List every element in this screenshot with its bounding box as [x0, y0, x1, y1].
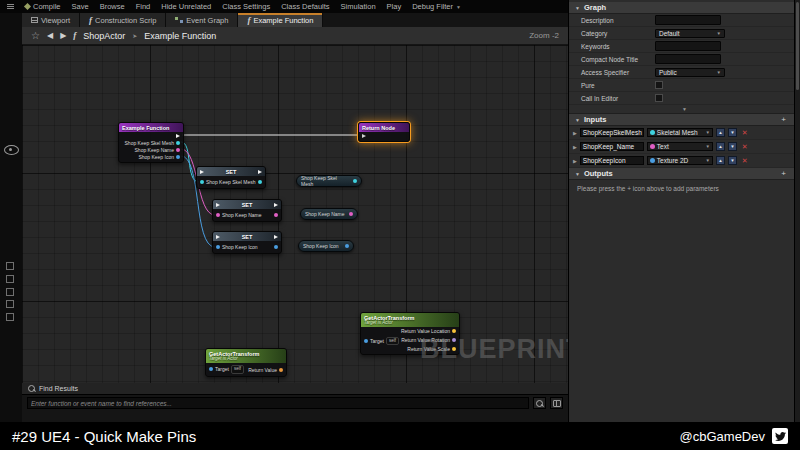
dock-tab-icon[interactable]: [6, 262, 14, 270]
value-out-pin[interactable]: [274, 245, 278, 249]
toolbar-browse[interactable]: Browse: [100, 2, 125, 11]
exec-in-pin[interactable]: [216, 235, 220, 239]
favorite-star-icon[interactable]: ☆: [31, 31, 40, 41]
move-down-button[interactable]: ▼: [728, 142, 737, 151]
move-up-button[interactable]: ▲: [716, 128, 725, 137]
node-set-name[interactable]: SET Shop Keep Name: [212, 199, 282, 222]
breadcrumb-current[interactable]: Example Function: [144, 31, 216, 41]
exec-out-pin[interactable]: [274, 203, 278, 207]
param-type-dropdown[interactable]: Skeletal Mesh▼: [647, 128, 713, 137]
delete-param-button[interactable]: ✕: [742, 129, 748, 137]
toolbar-hide-unrelated[interactable]: Hide Unrelated: [161, 2, 211, 11]
node-set-skel-mesh[interactable]: SET Shop Keep Skel Mesh: [196, 166, 266, 189]
blueprint-graph-canvas[interactable]: Example Function Shop Keep Skel Mesh Sho…: [22, 45, 568, 383]
dock-tab-icon[interactable]: [6, 300, 14, 308]
expand-caret-icon[interactable]: ▶: [573, 158, 577, 164]
expand-caret-icon[interactable]: ▶: [573, 130, 577, 136]
add-output-button[interactable]: +: [781, 169, 786, 178]
find-in-blueprints-button[interactable]: [550, 397, 563, 409]
toolbar-find[interactable]: Find: [136, 2, 151, 11]
move-down-button[interactable]: ▼: [728, 156, 737, 165]
section-expander[interactable]: ▼: [569, 105, 800, 114]
node-get-actor-transform-2[interactable]: GetActorTransform Target is Actor Target…: [205, 348, 287, 377]
pure-checkbox[interactable]: [655, 81, 663, 89]
tab-example-function[interactable]: fExample Function: [238, 13, 323, 27]
find-search-button[interactable]: [533, 397, 546, 409]
value-out-pin[interactable]: [345, 244, 349, 248]
toolbar-class-settings[interactable]: Class Settings: [222, 2, 270, 11]
dock-tab-icon[interactable]: [6, 313, 14, 321]
description-field[interactable]: [655, 15, 721, 25]
value-out-pin[interactable]: [349, 212, 353, 216]
value-in-pin[interactable]: [200, 180, 204, 184]
eye-icon[interactable]: [4, 145, 19, 155]
target-pin[interactable]: [364, 339, 368, 343]
toolbar-simulation[interactable]: Simulation: [341, 2, 376, 11]
tab-viewport[interactable]: Viewport: [22, 13, 80, 27]
node-set-icon[interactable]: SET Shop Keep Icon: [212, 231, 282, 254]
inputs-section-header[interactable]: ▼ Inputs +: [569, 114, 800, 126]
outputs-section-header[interactable]: ▼ Outputs +: [569, 168, 800, 180]
node-return[interactable]: Return Node: [358, 122, 410, 142]
delete-param-button[interactable]: ✕: [742, 157, 748, 165]
move-down-button[interactable]: ▼: [728, 128, 737, 137]
chevron-down-icon: ▼: [575, 171, 580, 177]
toolbar-debug-filter[interactable]: Debug Filter▼: [412, 2, 461, 11]
exec-out-pin[interactable]: [176, 134, 180, 138]
forward-arrow-icon[interactable]: ▶: [60, 32, 66, 40]
scrollbar-thumb[interactable]: [796, 2, 799, 90]
node-example-function[interactable]: Example Function Shop Keep Skel Mesh Sho…: [118, 122, 184, 163]
find-results-header[interactable]: Find Results: [22, 383, 568, 395]
param-type-dropdown[interactable]: Text▼: [647, 142, 713, 151]
node-var-icon[interactable]: Shop Keep Icon: [298, 240, 354, 252]
toolbar-class-defaults[interactable]: Class Defaults: [281, 2, 329, 11]
exec-in-pin[interactable]: [216, 203, 220, 207]
value-in-pin[interactable]: [216, 213, 220, 217]
menu-icon[interactable]: [7, 4, 14, 9]
tab-construction-script[interactable]: fConstruction Scrip: [80, 13, 166, 27]
move-up-button[interactable]: ▲: [716, 156, 725, 165]
exec-in-pin[interactable]: [200, 170, 204, 174]
self-value[interactable]: self: [386, 337, 399, 345]
expand-caret-icon[interactable]: ▶: [573, 144, 577, 150]
category-dropdown[interactable]: Default▼: [655, 29, 725, 38]
add-input-button[interactable]: +: [781, 115, 786, 124]
access-specifier-dropdown[interactable]: Public▼: [655, 68, 725, 77]
details-scrollbar[interactable]: [794, 0, 800, 422]
value-in-pin[interactable]: [216, 245, 220, 249]
graph-section-header[interactable]: ▼ Graph: [569, 2, 800, 14]
icon-pin[interactable]: [176, 155, 180, 159]
toolbar-save[interactable]: Save: [72, 2, 89, 11]
location-pin[interactable]: [452, 329, 456, 333]
move-up-button[interactable]: ▲: [716, 142, 725, 151]
value-out-pin[interactable]: [258, 180, 262, 184]
target-pin[interactable]: [209, 367, 213, 371]
param-name-field[interactable]: ShopKeepSkelMesh: [580, 128, 644, 137]
delete-param-button[interactable]: ✕: [742, 143, 748, 151]
find-input[interactable]: [27, 397, 529, 409]
name-pin[interactable]: [176, 148, 180, 152]
node-var-name[interactable]: Shop Keep Name: [300, 208, 358, 220]
skel-mesh-pin[interactable]: [176, 141, 180, 145]
value-out-pin[interactable]: [274, 213, 278, 217]
exec-in-pin[interactable]: [362, 134, 366, 138]
value-out-pin[interactable]: [353, 179, 357, 183]
tab-event-graph[interactable]: Event Graph: [166, 13, 238, 27]
toolbar-play[interactable]: Play: [387, 2, 402, 11]
toolbar-compile[interactable]: Compile: [25, 2, 61, 11]
compact-node-title-field[interactable]: [655, 54, 721, 64]
exec-out-pin[interactable]: [258, 170, 262, 174]
dock-tab-icon[interactable]: [6, 275, 14, 283]
param-name-field[interactable]: ShopKeep_Name: [580, 142, 644, 151]
self-value[interactable]: self: [231, 365, 244, 373]
transform-pin[interactable]: [279, 368, 283, 372]
exec-out-pin[interactable]: [274, 235, 278, 239]
param-type-dropdown[interactable]: Texture 2D▼: [647, 156, 713, 165]
node-var-skel-mesh[interactable]: Shop Keep Skel Mesh: [296, 175, 362, 187]
breadcrumb-parent[interactable]: ShopActor: [83, 31, 125, 41]
dock-tab-icon[interactable]: [6, 288, 14, 296]
call-in-editor-checkbox[interactable]: [655, 94, 663, 102]
back-arrow-icon[interactable]: ◀: [47, 32, 53, 40]
keywords-field[interactable]: [655, 41, 721, 51]
param-name-field[interactable]: ShopKeepIcon: [580, 156, 644, 165]
